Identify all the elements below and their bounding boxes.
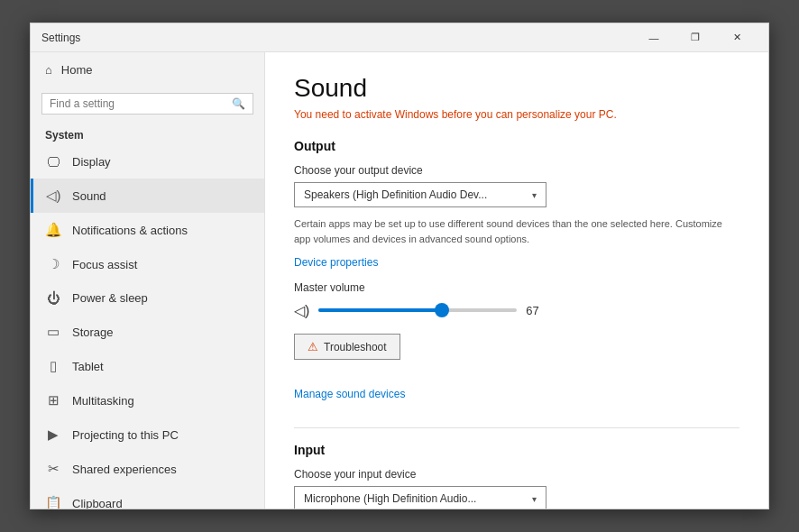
tablet-icon: ▯ xyxy=(45,358,61,374)
search-box: 🔍 xyxy=(41,93,253,115)
sidebar-item-label: Power & sleep xyxy=(72,291,148,305)
volume-slider[interactable] xyxy=(318,301,517,319)
volume-section: Master volume ◁) 67 xyxy=(294,281,739,319)
storage-icon: ▭ xyxy=(45,324,61,340)
volume-label: Master volume xyxy=(294,281,739,294)
sidebar-item-home[interactable]: ⌂ Home xyxy=(31,52,264,87)
power-icon: ⏻ xyxy=(45,290,61,306)
sidebar-item-projecting[interactable]: ▶ Projecting to this PC xyxy=(31,417,264,452)
sidebar-item-label: Sound xyxy=(72,189,106,203)
display-icon: 🖵 xyxy=(45,154,61,170)
device-properties-link[interactable]: Device properties xyxy=(294,256,378,269)
sidebar-item-label: Tablet xyxy=(72,360,104,373)
input-device-label: Choose your input device xyxy=(294,468,739,481)
volume-icon: ◁) xyxy=(294,302,309,319)
minimize-button[interactable]: — xyxy=(633,23,675,52)
content-area: ⌂ Home 🔍 System 🖵 Display ◁) Sound 🔔 N xyxy=(31,52,768,509)
close-button[interactable]: ✕ xyxy=(716,23,758,52)
troubleshoot-label: Troubleshoot xyxy=(324,341,387,353)
input-device-dropdown[interactable]: Microphone (High Definition Audio... ▾ xyxy=(294,486,546,509)
page-title: Sound xyxy=(294,74,739,103)
sidebar-item-label: Notifications & actions xyxy=(72,224,188,237)
sidebar-item-label: Projecting to this PC xyxy=(72,428,179,442)
window-title: Settings xyxy=(41,32,633,44)
main-content: Sound You need to activate Windows befor… xyxy=(265,52,768,509)
input-section-title: Input xyxy=(294,443,739,457)
sidebar-item-label: Multitasking xyxy=(72,394,134,408)
sidebar-item-label: Shared experiences xyxy=(72,463,177,476)
slider-track xyxy=(318,308,517,312)
maximize-button[interactable]: ❐ xyxy=(675,23,716,52)
slider-fill xyxy=(318,308,441,312)
input-device-value: Microphone (High Definition Audio... xyxy=(304,492,476,505)
home-label: Home xyxy=(61,63,93,77)
sidebar-item-tablet[interactable]: ▯ Tablet xyxy=(31,349,264,383)
section-divider xyxy=(294,427,739,428)
sidebar-item-sound[interactable]: ◁) Sound xyxy=(31,179,264,213)
sidebar-item-storage[interactable]: ▭ Storage xyxy=(31,315,264,349)
sidebar-item-label: Display xyxy=(72,155,111,169)
output-device-label: Choose your output device xyxy=(294,164,739,177)
sidebar: ⌂ Home 🔍 System 🖵 Display ◁) Sound 🔔 N xyxy=(31,52,265,509)
multitasking-icon: ⊞ xyxy=(45,392,61,408)
output-desc-text: Certain apps may be set up to use differ… xyxy=(294,216,739,246)
home-icon: ⌂ xyxy=(45,63,52,77)
volume-value: 67 xyxy=(526,304,547,317)
troubleshoot-button[interactable]: ⚠ Troubleshoot xyxy=(294,334,400,360)
output-section-title: Output xyxy=(294,139,739,153)
sidebar-item-power[interactable]: ⏻ Power & sleep xyxy=(31,281,264,315)
volume-row: ◁) 67 xyxy=(294,301,739,319)
sidebar-section-label: System xyxy=(31,124,264,145)
chevron-down-icon: ▾ xyxy=(532,494,537,504)
manage-sound-devices-link[interactable]: Manage sound devices xyxy=(294,388,405,400)
sidebar-item-display[interactable]: 🖵 Display xyxy=(31,145,264,179)
sidebar-item-shared[interactable]: ✂ Shared experiences xyxy=(31,452,264,486)
notifications-icon: 🔔 xyxy=(45,222,61,238)
activation-warning: You need to activate Windows before you … xyxy=(294,108,739,121)
window-controls: — ❐ ✕ xyxy=(633,23,758,52)
warning-icon: ⚠ xyxy=(308,340,318,353)
chevron-down-icon: ▾ xyxy=(532,190,537,200)
search-input[interactable] xyxy=(50,97,226,110)
settings-window: Settings — ❐ ✕ ⌂ Home 🔍 System 🖵 xyxy=(30,23,769,509)
sidebar-item-label: Storage xyxy=(72,326,114,339)
sidebar-item-focus[interactable]: ☽ Focus assist xyxy=(31,247,264,281)
input-section: Input Choose your input device Microphon… xyxy=(294,443,739,509)
sidebar-item-label: Focus assist xyxy=(72,258,137,271)
output-device-value: Speakers (High Definition Audio Dev... xyxy=(304,188,487,201)
sidebar-item-clipboard[interactable]: 📋 Clipboard xyxy=(31,486,264,509)
sidebar-item-notifications[interactable]: 🔔 Notifications & actions xyxy=(31,213,264,247)
projecting-icon: ▶ xyxy=(45,427,61,443)
sound-icon: ◁) xyxy=(45,188,61,204)
search-icon[interactable]: 🔍 xyxy=(232,97,245,110)
focus-icon: ☽ xyxy=(45,256,61,272)
shared-icon: ✂ xyxy=(45,461,61,477)
clipboard-icon: 📋 xyxy=(45,495,61,509)
slider-thumb[interactable] xyxy=(435,303,449,317)
titlebar: Settings — ❐ ✕ xyxy=(31,23,768,52)
sidebar-item-multitasking[interactable]: ⊞ Multitasking xyxy=(31,383,264,417)
output-section: Output Choose your output device Speaker… xyxy=(294,139,739,413)
output-device-dropdown[interactable]: Speakers (High Definition Audio Dev... ▾ xyxy=(294,182,546,207)
sidebar-item-label: Clipboard xyxy=(72,497,123,509)
